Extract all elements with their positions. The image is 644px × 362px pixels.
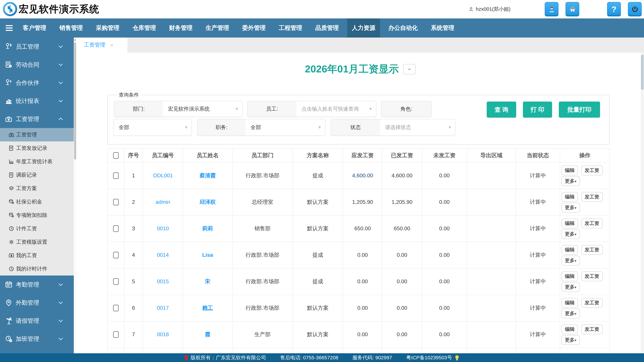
pay-salary-button[interactable]: 发工资 [581, 165, 602, 175]
duty-select[interactable]: 全部 [246, 119, 325, 135]
tab-close-icon[interactable]: × [110, 42, 113, 48]
menu-toggle-icon[interactable] [0, 18, 18, 37]
sidebar-group-员工管理[interactable]: 员工管理 [0, 37, 76, 56]
edit-button[interactable]: 编辑 [562, 324, 578, 334]
row-checkbox[interactable] [113, 252, 119, 258]
edit-button[interactable]: 编辑 [562, 271, 578, 281]
more-button[interactable]: 更多▾ [562, 176, 580, 186]
employee-name-link[interactable]: 霞 [205, 331, 210, 337]
sidebar-item-工资方案[interactable]: 工资方案 [0, 182, 76, 195]
sidebar-item-工资管理[interactable]: 工资管理 [0, 128, 76, 141]
sidebar-scrollbar[interactable] [74, 37, 76, 353]
edit-button[interactable]: 编辑 [562, 218, 578, 228]
role-filter[interactable]: 角色: [381, 101, 432, 117]
sub-department-filter[interactable]: 全部 [113, 119, 192, 136]
edit-button[interactable]: 编辑 [562, 298, 578, 308]
sidebar-group-统计报表[interactable]: 统计报表 [0, 92, 76, 110]
nav-item-6[interactable]: 生产管理 [201, 18, 234, 37]
pay-salary-button[interactable]: 发工资 [581, 218, 602, 228]
more-button[interactable]: 更多▾ [562, 282, 580, 292]
row-checkbox[interactable] [113, 172, 119, 179]
sidebar-group-请假管理[interactable]: 请假管理 [0, 312, 76, 330]
more-button[interactable]: 更多▾ [562, 256, 580, 265]
pay-salary-button[interactable]: 发工资 [581, 192, 602, 202]
sidebar-item-工资发放记录[interactable]: 工资发放记录 [0, 141, 76, 155]
employee-code-link[interactable]: 0010 [157, 226, 169, 231]
employee-code-link[interactable]: ODL001 [153, 173, 173, 178]
sidebar-group-外勤管理[interactable]: 外勤管理 [0, 294, 76, 312]
employee-code-link[interactable]: 0017 [157, 305, 169, 311]
nav-item-3[interactable]: 采购管理 [91, 18, 124, 37]
month-select-button[interactable] [403, 64, 416, 74]
more-button[interactable]: 更多▾ [562, 309, 580, 318]
nav-item-10[interactable]: 人力资源 [347, 18, 380, 37]
sidebar-item-工资模版设置[interactable]: 工资模版设置 [0, 235, 76, 249]
content-scrollbar[interactable] [641, 53, 644, 353]
content-scroll-thumb[interactable] [641, 55, 644, 90]
batch-print-button[interactable]: 批量打印 [559, 102, 600, 118]
more-button[interactable]: 更多▾ [562, 203, 580, 212]
employee-input[interactable]: 点击输入姓名可快速查询 [296, 101, 376, 117]
status-filter[interactable]: 状态 请选择状态 [331, 119, 456, 136]
pay-salary-button[interactable]: 发工资 [581, 324, 602, 334]
nav-item-2[interactable]: 销售管理 [55, 18, 88, 37]
nav-item-5[interactable]: 财务管理 [164, 18, 197, 37]
more-button[interactable]: 更多▾ [562, 335, 580, 345]
row-checkbox[interactable] [113, 278, 119, 285]
nav-item-11[interactable]: 办公自动化 [384, 18, 422, 37]
sidebar-item-年度工资统计表[interactable]: 年度工资统计表 [0, 155, 76, 168]
nav-item-7[interactable]: 委外管理 [238, 18, 270, 37]
pay-salary-button[interactable]: 发工资 [581, 271, 602, 281]
status-select[interactable]: 请选择状态 [380, 119, 455, 135]
employee-name-link[interactable]: 邱泽权 [200, 199, 216, 205]
sub-department-select[interactable]: 全部 [114, 119, 192, 135]
employee-name-link[interactable]: 宋 [205, 278, 210, 284]
employee-code-link[interactable]: admin [156, 199, 170, 205]
nav-item-8[interactable]: 工程管理 [274, 18, 307, 37]
more-button[interactable]: 更多▾ [562, 229, 580, 239]
employee-name-link[interactable]: 莉莉 [202, 225, 213, 231]
sidebar-group-考勤管理[interactable]: 考勤管理 [0, 276, 76, 294]
sidebar-item-社保公积金[interactable]: 社保公积金 [0, 195, 76, 209]
scroll-up-icon[interactable] [74, 39, 76, 40]
sidebar-item-调薪记录[interactable]: 调薪记录 [0, 168, 76, 182]
print-button[interactable]: 打 印 [523, 102, 552, 118]
help-button[interactable]: ? [607, 2, 621, 16]
edit-button[interactable]: 编辑 [562, 192, 578, 202]
nav-item-12[interactable]: 系统管理 [426, 18, 459, 37]
edit-button[interactable]: 编辑 [562, 245, 578, 255]
employee-filter[interactable]: 员工: 点击输入姓名可快速查询 [247, 101, 376, 117]
edit-button[interactable]: 编辑 [562, 165, 578, 175]
department-filter[interactable]: 部门: 宏见软件演示系统 [114, 101, 242, 117]
sidebar-item-我的计时计件[interactable]: 我的计时计件 [0, 262, 76, 276]
employee-name-link[interactable]: Lisa [202, 252, 213, 258]
profile-button[interactable] [545, 2, 558, 16]
logout-button[interactable] [628, 2, 642, 16]
sidebar-item-计件工资[interactable]: 计件工资 [0, 222, 76, 235]
nav-item-9[interactable]: 品质管理 [310, 18, 344, 37]
sidebar-group-工资管理[interactable]: 工资管理 [0, 110, 76, 128]
sidebar-scroll-thumb[interactable] [74, 42, 76, 160]
department-select[interactable]: 宏见软件演示系统 [163, 101, 242, 117]
pay-salary-button[interactable]: 发工资 [581, 298, 602, 308]
employee-name-link[interactable]: 赖工 [202, 305, 213, 311]
sidebar-group-调休管理[interactable]: 调休管理 [0, 348, 76, 353]
sidebar-item-我的工资[interactable]: 我的工资 [0, 249, 76, 262]
sidebar-item-专项附加扣除[interactable]: 专项附加扣除 [0, 209, 76, 222]
row-checkbox[interactable] [113, 199, 119, 205]
row-checkbox[interactable] [113, 305, 119, 311]
employee-code-link[interactable]: 0014 [157, 252, 169, 258]
home-button[interactable] [566, 2, 579, 16]
search-button[interactable]: 查 询 [487, 102, 516, 118]
pay-salary-button[interactable]: 发工资 [581, 245, 602, 255]
employee-name-link[interactable]: 蔡清霞 [200, 172, 216, 178]
employee-code-link[interactable]: 0018 [157, 332, 169, 337]
sidebar-group-加班管理[interactable]: 加班管理 [0, 330, 76, 348]
tab-salary-management[interactable]: 工资管理 × [76, 37, 128, 53]
duty-filter[interactable]: 职务: 全部 [197, 119, 325, 136]
nav-item-1[interactable]: 客户管理 [18, 18, 51, 37]
select-all-checkbox[interactable] [113, 152, 119, 159]
row-checkbox[interactable] [113, 225, 119, 232]
employee-code-link[interactable]: 0015 [157, 279, 169, 284]
sidebar-group-劳动合同[interactable]: 劳动合同 [0, 56, 76, 74]
